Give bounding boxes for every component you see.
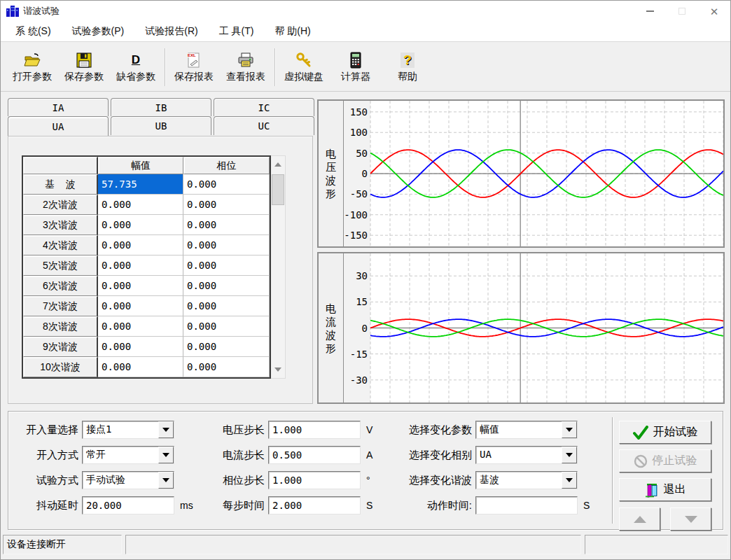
- change-phase-dropdown-button[interactable]: [562, 447, 577, 463]
- scroll-up-button[interactable]: [271, 156, 285, 173]
- current-step-unit: A: [366, 449, 373, 461]
- row-header-6: 6次谐波: [23, 276, 98, 296]
- phase-cell-4[interactable]: 0.000: [183, 235, 270, 255]
- voltage-step-unit: V: [366, 424, 373, 435]
- start-test-button[interactable]: 开始试验: [619, 421, 711, 444]
- menu-item-2[interactable]: 试验参数(P): [62, 25, 135, 38]
- tab-ib[interactable]: IB: [111, 98, 211, 116]
- svg-text:100: 100: [350, 127, 368, 138]
- page-down-button[interactable]: [670, 507, 711, 531]
- menu-item-1[interactable]: 系 统(S): [5, 25, 62, 38]
- default-params-button[interactable]: D缺省参数: [110, 47, 162, 88]
- help-button[interactable]: ?帮助: [382, 47, 433, 88]
- exit-button[interactable]: 退出: [619, 478, 711, 501]
- amplitude-cell-3[interactable]: 0.000: [98, 215, 183, 235]
- row-header-7: 7次谐波: [23, 296, 98, 316]
- change-parameter-dropdown-button[interactable]: [562, 421, 577, 438]
- save-report-button[interactable]: EXL保存报表: [168, 47, 220, 88]
- step-time-field[interactable]: [268, 496, 361, 514]
- tab-ia[interactable]: IA: [8, 98, 109, 116]
- change-parameter-select[interactable]: 幅值: [475, 421, 578, 439]
- tab-ua[interactable]: UA: [8, 116, 109, 136]
- phase-cell-7[interactable]: 0.000: [183, 296, 270, 316]
- open-params-button[interactable]: 打开参数: [6, 47, 58, 88]
- row-header-1: 基 波: [23, 174, 98, 195]
- phase-cell-8[interactable]: 0.000: [183, 316, 270, 337]
- change-harmonic-select[interactable]: 基波: [475, 471, 578, 489]
- row-header-8: 8次谐波: [23, 316, 98, 337]
- virtual-keyboard-button[interactable]: 虚拟键盘: [278, 47, 330, 88]
- menu-item-3[interactable]: 试验报告(R): [134, 25, 208, 38]
- phase-cell-2[interactable]: 0.000: [183, 195, 270, 215]
- phase-cell-6[interactable]: 0.000: [183, 276, 270, 296]
- menu-item-4[interactable]: 工 具(T): [209, 25, 265, 38]
- phase-cell-9[interactable]: 0.000: [183, 337, 270, 357]
- amplitude-cell-10[interactable]: 0.000: [98, 357, 183, 377]
- binary-input-select-label: 开入量选择: [14, 424, 78, 437]
- binary-input-mode-select[interactable]: 常开: [82, 446, 174, 464]
- row-header-3: 3次谐波: [23, 215, 98, 235]
- row-header-4: 4次谐波: [23, 235, 98, 255]
- change-harmonic-value: 基波: [476, 472, 562, 489]
- binary-input-mode-dropdown-button[interactable]: [158, 447, 174, 463]
- phase-step-field[interactable]: [268, 471, 361, 489]
- maximize-button[interactable]: [666, 1, 698, 22]
- test-control-group: 开入量选择接点1开入方式常开试验方式手动试验抖动延时ms 电压步长V电流步长A相…: [8, 411, 723, 530]
- status-section-2: [125, 535, 581, 554]
- controls-col-3: 选择变化参数幅值选择变化相别UA选择变化谐波基波动作时间:S: [394, 412, 590, 514]
- table-col-header-1: [23, 157, 98, 174]
- action-buttons: 开始试验停止试验退出: [619, 412, 718, 531]
- amplitude-cell-1[interactable]: 57.735: [98, 174, 183, 195]
- tab-ic[interactable]: IC: [214, 98, 314, 116]
- close-button[interactable]: ✕: [698, 1, 730, 22]
- change-phase-select[interactable]: UA: [475, 446, 578, 464]
- view-report-button[interactable]: 查看报表: [220, 47, 272, 88]
- test-mode-value: 手动试验: [83, 472, 158, 489]
- minimize-button[interactable]: [634, 1, 666, 22]
- tab-uc[interactable]: UC: [214, 116, 314, 135]
- calculator-button[interactable]: 计算器: [330, 47, 382, 88]
- phase-cell-1[interactable]: 0.000: [183, 174, 270, 195]
- amplitude-cell-8[interactable]: 0.000: [98, 316, 183, 337]
- scroll-down-button[interactable]: [271, 361, 285, 378]
- change-parameter-row: 选择变化参数幅值: [394, 421, 590, 439]
- current-step-field[interactable]: [268, 446, 361, 464]
- axis-label-char: 电: [326, 147, 336, 160]
- window-title: 谐波试验: [23, 5, 60, 18]
- amplitude-cell-6[interactable]: 0.000: [98, 276, 183, 296]
- voltage-step-field[interactable]: [268, 421, 361, 439]
- binary-input-select-select[interactable]: 接点1: [82, 421, 174, 439]
- amplitude-cell-2[interactable]: 0.000: [98, 195, 183, 215]
- phase-step-row: 相位步长°: [210, 471, 373, 489]
- stop-test-button[interactable]: 停止试验: [619, 449, 711, 472]
- tab-ub[interactable]: UB: [111, 116, 211, 135]
- change-harmonic-row: 选择变化谐波基波: [394, 471, 590, 489]
- amplitude-cell-5[interactable]: 0.000: [98, 255, 183, 276]
- debounce-delay-field[interactable]: [82, 496, 174, 514]
- voltage-step-label: 电压步长: [210, 424, 265, 437]
- change-harmonic-dropdown-button[interactable]: [562, 472, 577, 489]
- save-params-button[interactable]: 保存参数: [58, 47, 110, 88]
- phase-cell-10[interactable]: 0.000: [183, 357, 270, 377]
- test-mode-select[interactable]: 手动试验: [82, 471, 174, 489]
- amplitude-cell-9[interactable]: 0.000: [98, 337, 183, 357]
- scrollbar-thumb[interactable]: [272, 174, 284, 205]
- excel-report-icon: EXL: [185, 51, 203, 69]
- amplitude-cell-7[interactable]: 0.000: [98, 296, 183, 316]
- svg-text:15: 15: [356, 296, 368, 307]
- phase-cell-5[interactable]: 0.000: [183, 255, 270, 276]
- binary-input-select-dropdown-button[interactable]: [158, 421, 174, 438]
- svg-text:-150: -150: [344, 230, 368, 241]
- action-time-field[interactable]: [475, 496, 578, 514]
- phase-cell-3[interactable]: 0.000: [183, 215, 270, 235]
- amplitude-cell-4[interactable]: 0.000: [98, 235, 183, 255]
- menu-item-5[interactable]: 帮 助(H): [264, 25, 321, 38]
- down-arrow-icon: [274, 368, 281, 372]
- toolbar-separator: [274, 48, 275, 86]
- test-mode-dropdown-button[interactable]: [158, 472, 174, 489]
- voltage-waveform-chart: 150100500-50-100-150: [344, 101, 723, 246]
- page-up-button[interactable]: [619, 507, 660, 531]
- change-parameter-value: 幅值: [476, 421, 562, 438]
- toolbar: 打开参数保存参数D缺省参数EXL保存报表查看报表虚拟键盘计算器?帮助: [1, 43, 730, 92]
- current-waveform-chart: 30150-15-30: [344, 253, 723, 402]
